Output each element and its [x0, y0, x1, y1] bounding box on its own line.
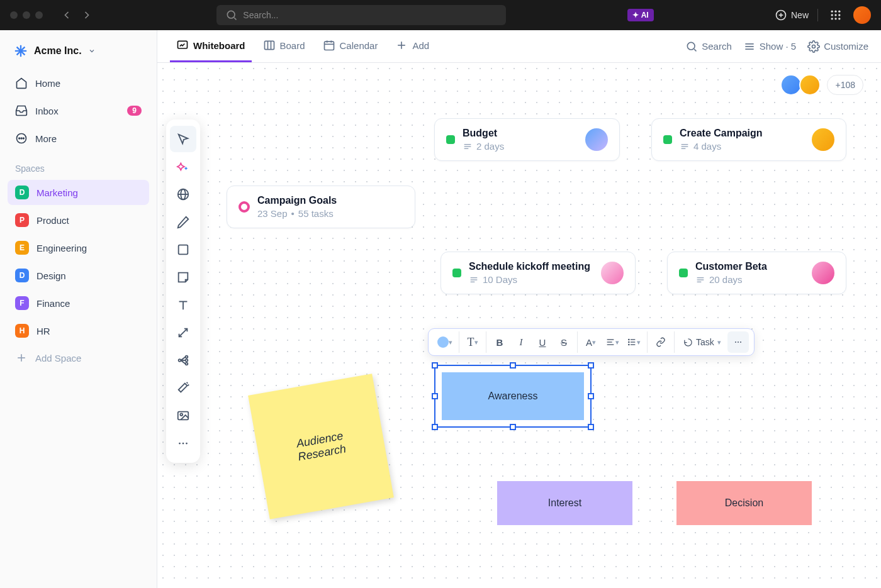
sidebar-item-home[interactable]: Home: [8, 70, 149, 96]
user-avatar[interactable]: [853, 6, 871, 24]
close-window-icon[interactable]: [10, 11, 18, 19]
tab-board[interactable]: Board: [257, 30, 311, 62]
goal-marker-icon: [238, 201, 250, 213]
tool-connector[interactable]: [170, 319, 196, 346]
tool-select[interactable]: [170, 126, 196, 152]
tool-pen[interactable]: [170, 209, 196, 235]
tool-web[interactable]: [170, 181, 196, 208]
cursor-icon: [176, 132, 190, 146]
add-space-button[interactable]: Add Space: [8, 346, 149, 370]
bold-button[interactable]: B: [489, 331, 510, 353]
apps-button[interactable]: [827, 6, 845, 24]
space-item-product[interactable]: P Product: [8, 208, 149, 233]
sidebar-item-inbox[interactable]: Inbox 9: [8, 98, 149, 123]
format-more-button[interactable]: [727, 331, 749, 353]
description-icon: [463, 141, 473, 152]
italic-button[interactable]: I: [510, 331, 532, 353]
tool-ai[interactable]: [170, 153, 196, 180]
svg-point-57: [179, 443, 181, 445]
whiteboard-canvas[interactable]: +108: [157, 63, 881, 588]
view-show-button[interactable]: Show · 5: [743, 40, 796, 53]
card-create-campaign[interactable]: Create Campaign 4 days: [651, 118, 846, 161]
tab-calendar[interactable]: Calendar: [317, 30, 384, 62]
color-swatch-icon: [437, 336, 449, 348]
collaborator-overflow[interactable]: +108: [827, 75, 863, 95]
card-kickoff[interactable]: Schedule kickoff meeting 10 Days: [441, 252, 636, 294]
tool-shape[interactable]: [170, 236, 196, 263]
svg-point-46: [179, 359, 181, 362]
chevron-down-icon: [88, 47, 96, 55]
ai-button[interactable]: ✦ AI: [627, 9, 654, 21]
shape-decision[interactable]: Decision: [676, 481, 812, 525]
sticky-note[interactable]: Audience Research: [248, 374, 394, 519]
svg-point-20: [21, 138, 22, 139]
space-item-engineering[interactable]: E Engineering: [8, 235, 149, 260]
shape-interest[interactable]: Interest: [497, 481, 632, 525]
svg-point-78: [629, 339, 629, 340]
list-button[interactable]: ▾: [623, 331, 644, 353]
shape-awareness[interactable]: Awareness: [442, 372, 584, 420]
global-search[interactable]: Search...: [216, 5, 506, 25]
tool-mindmap[interactable]: [170, 347, 196, 374]
description-icon: [680, 141, 690, 152]
collaborator-avatar[interactable]: [799, 74, 821, 96]
space-item-finance[interactable]: F Finance: [8, 291, 149, 316]
assignee-avatar[interactable]: [812, 128, 834, 151]
resize-handle[interactable]: [432, 393, 438, 399]
resize-handle[interactable]: [588, 424, 594, 430]
forward-button[interactable]: [78, 6, 96, 24]
tool-more[interactable]: [170, 430, 196, 457]
resize-handle[interactable]: [510, 424, 516, 430]
align-button[interactable]: ▾: [602, 331, 623, 353]
card-campaign-goals[interactable]: Campaign Goals 23 Sep • 55 tasks: [227, 186, 415, 228]
card-budget[interactable]: Budget 2 days: [434, 118, 620, 161]
tool-magic[interactable]: [170, 375, 196, 401]
home-icon: [15, 77, 28, 89]
collaborator-avatar[interactable]: [780, 74, 802, 96]
resize-handle[interactable]: [588, 393, 594, 399]
maximize-window-icon[interactable]: [35, 11, 43, 19]
workspace-switcher[interactable]: Acme Inc.: [8, 39, 149, 63]
font-button[interactable]: T▾: [462, 331, 483, 353]
shape-awareness-selected[interactable]: Awareness: [434, 365, 592, 428]
space-item-design[interactable]: D Design: [8, 263, 149, 288]
assignee-avatar[interactable]: [585, 128, 608, 151]
calendar-icon: [323, 39, 335, 52]
assignee-avatar[interactable]: [812, 262, 834, 284]
fill-color-button[interactable]: ▾: [434, 331, 456, 353]
convert-to-task-button[interactable]: Task ▾: [677, 331, 727, 353]
space-badge-icon: H: [15, 324, 29, 338]
text-icon: [176, 298, 190, 312]
strikethrough-button[interactable]: S: [553, 331, 575, 353]
minimize-window-icon[interactable]: [23, 11, 30, 19]
link-button[interactable]: [650, 331, 671, 353]
tool-image[interactable]: [170, 402, 196, 429]
customize-button[interactable]: Customize: [807, 40, 868, 53]
add-view-button[interactable]: Add: [389, 30, 435, 62]
back-button[interactable]: [58, 6, 76, 24]
resize-handle[interactable]: [588, 362, 594, 369]
space-item-marketing[interactable]: D Marketing: [8, 180, 149, 205]
underline-icon: U: [539, 337, 546, 348]
sidebar-item-more[interactable]: More: [8, 126, 149, 151]
svg-line-35: [694, 49, 696, 51]
svg-rect-28: [324, 42, 334, 50]
card-customer-beta[interactable]: Customer Beta 20 days: [667, 252, 846, 294]
tool-text[interactable]: [170, 292, 196, 318]
assignee-avatar[interactable]: [601, 262, 624, 284]
svg-point-39: [812, 45, 816, 48]
tab-whiteboard[interactable]: Whiteboard: [170, 30, 252, 62]
svg-point-13: [838, 18, 840, 19]
pen-icon: [176, 215, 190, 229]
space-item-hr[interactable]: H HR: [8, 318, 149, 343]
status-indicator-icon: [446, 135, 455, 144]
new-button[interactable]: New: [775, 9, 809, 21]
underline-button[interactable]: U: [532, 331, 553, 353]
whiteboard-toolbar: [166, 119, 200, 463]
resize-handle[interactable]: [432, 362, 438, 369]
text-color-button[interactable]: A▾: [580, 331, 602, 353]
resize-handle[interactable]: [510, 362, 516, 369]
resize-handle[interactable]: [432, 424, 438, 430]
view-search-button[interactable]: Search: [685, 40, 732, 53]
tool-sticky[interactable]: [170, 264, 196, 291]
